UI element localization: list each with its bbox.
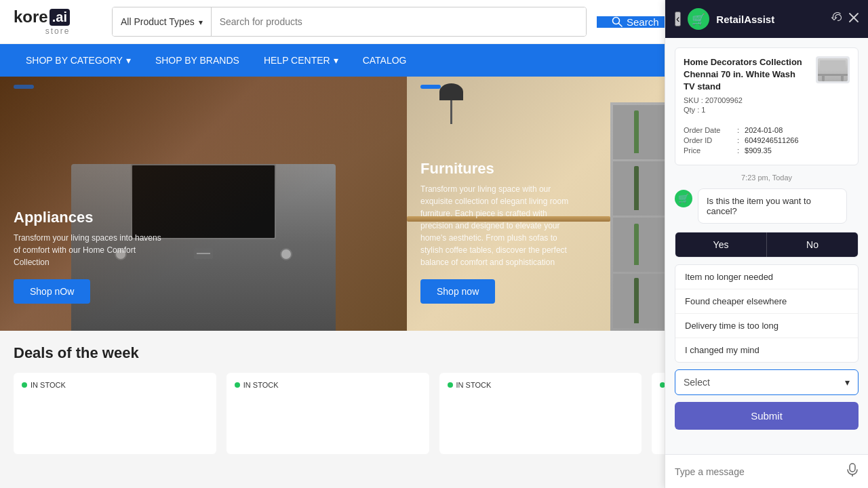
sku-label: SKU (684, 96, 699, 104)
lamp-illustration (434, 83, 468, 124)
banner-appliances-content: Appliances Transform your living spaces … (14, 209, 163, 304)
stock-dot-icon (22, 382, 27, 388)
chat-back-button[interactable]: ‹ (675, 12, 681, 26)
deal-card: IN STOCK (439, 373, 642, 454)
chat-header: ‹ 🛒 RetailAssist (665, 0, 868, 38)
nav-label-catalog: CATALOG (363, 55, 407, 66)
chat-body: Home Decorators Collection Chennai 70 in… (665, 38, 868, 454)
chat-panel: ‹ 🛒 RetailAssist (665, 0, 868, 468)
svg-rect-4 (850, 464, 855, 468)
order-date-colon: : (737, 126, 739, 134)
sku-value: 207009962 (705, 96, 743, 104)
chevron-down-icon: ▾ (126, 55, 131, 66)
deal-card: IN STOCK (226, 373, 429, 454)
order-date-row: Order Date : 2024-01-08 (684, 126, 850, 134)
select-dropdown[interactable]: Select ▾ (675, 369, 859, 395)
order-price-value: $909.35 (745, 146, 772, 155)
tv-stand-icon (818, 58, 848, 81)
banner-furnitures-content: Furnitures Transform your living space w… (420, 160, 570, 304)
bot-message: 🛒 Is this the item you want to cancel? (675, 188, 859, 224)
bot-avatar: 🛒 (675, 190, 692, 207)
banner-appliances-title: Appliances (14, 209, 163, 226)
nav-item-shop-by-category[interactable]: SHOP BY CATEGORY ▾ (14, 44, 143, 77)
order-date-value: 2024-01-08 (745, 126, 783, 134)
search-bar: All Product Types (112, 7, 587, 37)
logo-subtitle: store (14, 26, 102, 36)
chat-action-buttons (831, 12, 859, 26)
chat-close-button[interactable] (849, 13, 859, 25)
nav-label-help-center: HELP CENTER (264, 55, 330, 66)
stock-dot-icon (448, 382, 453, 388)
order-product-name: Home Decorators Collection Chennai 70 in… (684, 56, 809, 94)
bot-bubble: Is this the item you want to cancel? (698, 188, 847, 224)
order-sku: SKU : 207009962 (684, 96, 809, 104)
in-stock-label: IN STOCK (243, 381, 279, 389)
chat-title: RetailAssist (716, 14, 825, 25)
order-id-row: Order ID : 6049246511266 (684, 136, 850, 144)
deal-card: IN STOCK (14, 373, 216, 454)
order-price-label: Price (684, 146, 734, 155)
reason-item-4[interactable]: I changed my mind (675, 338, 858, 362)
reason-item-1[interactable]: Item no longer needed (675, 265, 858, 289)
bot-message-text: Is this the item you want to cancel? (707, 196, 811, 216)
reason-item-3[interactable]: Delivery time is too long (675, 314, 858, 338)
reason-item-2[interactable]: Found cheaper elsewhere (675, 289, 858, 314)
search-input[interactable] (212, 7, 586, 36)
chat-refresh-button[interactable] (831, 12, 842, 26)
banner-indicator (14, 85, 34, 89)
yes-no-row: Yes No (675, 232, 859, 258)
logo: kore.ai store (14, 7, 102, 36)
qty-separator: : (697, 106, 699, 114)
sku-separator: : (701, 96, 703, 104)
order-card: Home Decorators Collection Chennai 70 in… (675, 47, 859, 165)
order-price-colon: : (737, 146, 739, 155)
shop-now-furnitures-button[interactable]: Shop now (420, 279, 495, 304)
nav-item-help-center[interactable]: HELP CENTER ▾ (252, 44, 351, 77)
nav-label-shop-by-category: SHOP BY CATEGORY (26, 55, 123, 66)
chevron-down-icon (199, 16, 203, 27)
order-id-colon: : (737, 136, 739, 144)
product-type-dropdown[interactable]: All Product Types (113, 7, 212, 36)
bot-cart-icon: 🛒 (678, 193, 689, 203)
refresh-icon (831, 12, 842, 23)
order-qty: Qty : 1 (684, 106, 809, 114)
order-date-label: Order Date (684, 126, 734, 134)
chevron-down-icon: ▾ (334, 55, 338, 66)
qty-label: Qty (684, 106, 695, 114)
chevron-down-icon: ▾ (845, 377, 850, 388)
select-placeholder: Select (684, 377, 710, 388)
svg-line-1 (619, 24, 623, 27)
order-id-label: Order ID (684, 136, 734, 144)
yes-button[interactable]: Yes (675, 232, 766, 257)
product-type-label: All Product Types (121, 16, 195, 27)
in-stock-badge: IN STOCK (22, 381, 208, 389)
order-product-info: Home Decorators Collection Chennai 70 in… (684, 56, 809, 119)
cart-icon: 🛒 (692, 13, 705, 26)
in-stock-badge: IN STOCK (235, 381, 421, 389)
banner-appliances-desc: Transform your living spaces into havens… (14, 232, 163, 268)
logo-ai: .ai (50, 9, 70, 26)
chat-avatar: 🛒 (688, 8, 709, 30)
microphone-button[interactable] (846, 463, 859, 468)
search-button[interactable]: Search (597, 16, 674, 28)
close-icon (849, 13, 859, 22)
order-product-image (816, 56, 850, 83)
cancel-reasons-list: Item no longer needed Found cheaper else… (675, 264, 859, 363)
chat-input-row (665, 454, 868, 468)
banner-furnitures-title: Furnitures (420, 160, 570, 178)
in-stock-label: IN STOCK (31, 381, 66, 389)
main-content: Appliances Transform your living spaces … (0, 77, 868, 468)
shop-now-appliances-button[interactable]: Shop nOw (14, 279, 90, 304)
chat-timestamp: 7:23 pm, Today (675, 174, 859, 182)
stock-dot-icon (235, 382, 240, 388)
chat-text-input[interactable] (675, 466, 846, 468)
logo-text: kore.ai (14, 7, 102, 26)
nav-item-catalog[interactable]: CATALOG (351, 44, 419, 77)
nav-label-shop-by-brands: SHOP BY BRANDS (155, 55, 239, 66)
submit-button[interactable]: Submit (675, 402, 859, 430)
nav-item-shop-by-brands[interactable]: SHOP BY BRANDS (143, 44, 252, 77)
qty-value: 1 (701, 106, 705, 114)
no-button[interactable]: No (766, 232, 858, 257)
order-id-value: 6049246511266 (745, 136, 799, 144)
order-details: Order Date : 2024-01-08 Order ID : 60492… (684, 126, 850, 155)
